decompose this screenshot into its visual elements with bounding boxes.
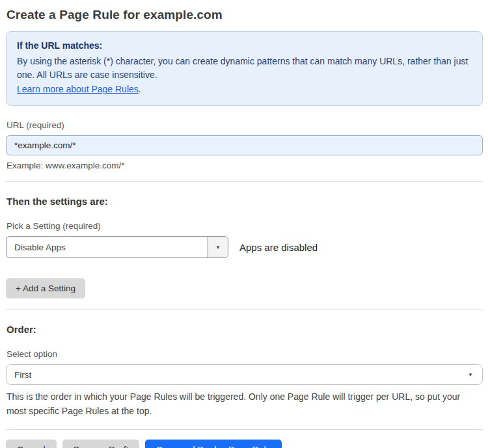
settings-section-heading: Then the settings are: bbox=[7, 196, 483, 207]
order-helper-text: This is the order in which your Page Rul… bbox=[7, 389, 475, 418]
caret-down-icon: ▼ bbox=[468, 372, 473, 378]
cancel-button[interactable]: Cancel bbox=[6, 440, 57, 448]
page-title: Create a Page Rule for example.com bbox=[7, 8, 483, 22]
link-suffix: . bbox=[139, 84, 141, 94]
url-example-helper: Example: www.example.com/* bbox=[7, 161, 483, 170]
url-field-label: URL (required) bbox=[7, 120, 483, 130]
setting-dropdown[interactable]: Disable Apps ▼ bbox=[6, 236, 228, 258]
divider bbox=[6, 310, 483, 310]
save-and-deploy-button[interactable]: Save and Deploy Page Rule bbox=[145, 440, 282, 448]
info-link-line: Learn more about Page Rules. bbox=[17, 83, 472, 96]
setting-status-text: Apps are disabled bbox=[239, 242, 318, 253]
url-match-info-box: If the URL matches: By using the asteris… bbox=[6, 31, 483, 106]
add-setting-button[interactable]: + Add a Setting bbox=[6, 278, 85, 298]
page-rule-form: Create a Page Rule for example.com If th… bbox=[0, 0, 488, 448]
pick-setting-label: Pick a Setting (required) bbox=[7, 221, 483, 231]
order-select-label: Select option bbox=[7, 349, 483, 359]
form-actions: Cancel Save as Draft Save and Deploy Pag… bbox=[6, 440, 483, 448]
order-select[interactable]: First ▼ bbox=[6, 364, 483, 385]
setting-row: Disable Apps ▼ Apps are disabled bbox=[6, 236, 483, 258]
divider bbox=[6, 181, 483, 182]
info-box-body: By using the asterisk (*) character, you… bbox=[17, 55, 472, 82]
order-section-heading: Order: bbox=[7, 324, 483, 335]
setting-dropdown-value: Disable Apps bbox=[7, 237, 208, 257]
chevron-down-icon[interactable]: ▼ bbox=[208, 237, 228, 257]
info-box-heading: If the URL matches: bbox=[17, 40, 472, 51]
order-select-value: First bbox=[14, 370, 31, 380]
divider bbox=[6, 429, 483, 430]
url-input[interactable] bbox=[6, 135, 483, 155]
save-as-draft-button[interactable]: Save as Draft bbox=[62, 440, 140, 448]
learn-more-link[interactable]: Learn more about Page Rules bbox=[17, 84, 139, 94]
